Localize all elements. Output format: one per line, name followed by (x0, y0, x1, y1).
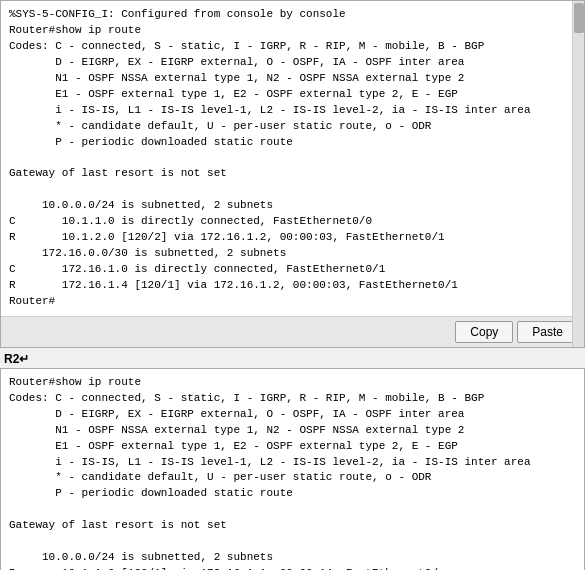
button-bar-1: Copy Paste (1, 316, 584, 347)
scrollbar-1[interactable] (572, 1, 584, 347)
section-1: %SYS-5-CONFIG_I: Configured from console… (0, 0, 585, 348)
section-2: Router#show ip route Codes: C - connecte… (0, 368, 585, 570)
paste-button[interactable]: Paste (517, 321, 578, 343)
terminal-2: Router#show ip route Codes: C - connecte… (1, 369, 584, 570)
terminal-1: %SYS-5-CONFIG_I: Configured from console… (1, 1, 584, 316)
scrollbar-thumb-1[interactable] (574, 3, 584, 33)
copy-button[interactable]: Copy (455, 321, 513, 343)
section-2-label: R2↵ (0, 348, 585, 368)
